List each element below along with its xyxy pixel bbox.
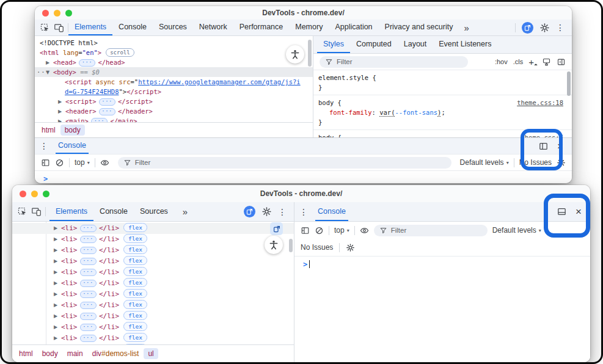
close-window-button[interactable] xyxy=(42,10,49,16)
console-filter-input[interactable]: Filter xyxy=(118,157,451,169)
devtools-promo-icon[interactable] xyxy=(522,22,533,34)
default-levels-dropdown[interactable]: Default levels▾ xyxy=(460,158,509,167)
devtools-promo-icon[interactable] xyxy=(244,206,255,217)
inspect-element-icon[interactable] xyxy=(17,206,27,217)
expand-inline-icon[interactable]: ··· xyxy=(79,59,95,67)
expand-inline-icon[interactable]: ··· xyxy=(80,280,97,287)
css-selector[interactable]: element.style xyxy=(318,74,368,81)
expand-arrow-icon[interactable]: ▶ xyxy=(54,223,61,234)
device-toolbar-icon[interactable] xyxy=(31,206,42,217)
drawer-menu-icon[interactable]: ⋮ xyxy=(299,208,308,216)
tab-computed[interactable]: Computed xyxy=(350,36,398,53)
expand-arrow-icon[interactable]: ▶ xyxy=(46,58,53,68)
dom-tree-row[interactable]: ▶<li>···</li>flex xyxy=(12,278,294,289)
expand-arrow-icon[interactable]: ▶ xyxy=(58,117,65,122)
toggle-element-state-button[interactable]: :hov xyxy=(495,58,508,65)
expand-inline-icon[interactable]: ··· xyxy=(80,225,97,232)
titlebar[interactable]: DevTools - chrome.dev/ xyxy=(12,185,590,202)
tab-privacy-and-security[interactable]: Privacy and security xyxy=(379,20,459,35)
css-property-value[interactable]: --font-sans xyxy=(395,109,438,116)
styles-filter-input[interactable]: Filter xyxy=(320,56,468,68)
settings-gear-icon[interactable] xyxy=(539,23,550,33)
drawer-tab-console[interactable]: Console xyxy=(315,202,348,221)
minimize-window-button[interactable] xyxy=(54,10,60,16)
console-prompt[interactable]: > xyxy=(294,257,590,362)
breadcrumb-item[interactable]: body xyxy=(60,125,85,136)
dom-tree-row[interactable]: ▶<li>···</li>flex xyxy=(12,322,294,333)
css-source-link[interactable]: theme.css:18 xyxy=(517,98,563,107)
flex-badge[interactable]: flex xyxy=(123,344,147,344)
tab-styles[interactable]: Styles xyxy=(317,36,350,53)
expand-inline-icon[interactable]: ··· xyxy=(80,258,97,265)
console-prompt[interactable]: > xyxy=(35,171,572,183)
live-expression-eye-icon[interactable] xyxy=(100,158,109,167)
expand-arrow-icon[interactable]: ▶ xyxy=(54,300,61,311)
dom-tree-row[interactable]: <!DOCTYPE html> xyxy=(35,38,313,48)
expand-arrow-icon[interactable]: ▶ xyxy=(54,311,61,322)
accessibility-icon[interactable] xyxy=(265,236,283,254)
close-window-button[interactable] xyxy=(20,191,26,197)
console-sidebar-icon[interactable] xyxy=(301,226,310,235)
flex-badge[interactable]: flex xyxy=(123,322,147,331)
expand-inline-icon[interactable]: ··· xyxy=(80,236,97,243)
tab-console[interactable]: Console xyxy=(112,20,153,35)
rendering-brush-icon[interactable] xyxy=(542,57,551,67)
minimize-window-button[interactable] xyxy=(31,191,38,197)
flex-badge[interactable]: flex xyxy=(123,234,147,243)
drawer-menu-icon[interactable]: ⋮ xyxy=(40,142,48,150)
expand-arrow-icon[interactable]: ▶ xyxy=(54,333,61,344)
flex-badge[interactable]: flex xyxy=(123,300,147,309)
clear-console-icon[interactable] xyxy=(315,226,324,235)
new-style-rule-button[interactable]: + xyxy=(528,57,536,67)
expand-inline-icon[interactable]: ··· xyxy=(99,98,115,106)
expand-arrow-icon[interactable]: ▶ xyxy=(58,107,65,117)
tab-event-listeners[interactable]: Event Listeners xyxy=(433,36,497,53)
flex-badge[interactable]: flex xyxy=(123,223,147,232)
flex-badge[interactable]: flex xyxy=(123,333,147,342)
default-levels-dropdown[interactable]: Default levels▾ xyxy=(492,226,541,235)
dom-tree-row[interactable]: <script async src="https://www.googletag… xyxy=(35,77,313,87)
expand-arrow-icon[interactable]: ▶ xyxy=(54,256,61,267)
expand-arrow-icon[interactable]: ▶ xyxy=(54,289,61,300)
css-property-name[interactable]: font-family xyxy=(329,109,372,116)
expand-inline-icon[interactable]: ··· xyxy=(91,118,108,122)
accessibility-icon[interactable] xyxy=(286,45,304,64)
tab-layout[interactable]: Layout xyxy=(398,36,433,53)
drawer-tab-console[interactable]: Console xyxy=(56,138,89,154)
tab-sources[interactable]: Sources xyxy=(134,202,174,221)
css-selector[interactable]: body xyxy=(318,134,334,137)
dom-tree-row[interactable]: ▶<li>···</li>flex xyxy=(12,300,294,311)
element-reveal-icon[interactable] xyxy=(270,222,283,235)
zoom-window-button[interactable] xyxy=(65,10,72,16)
tab-console[interactable]: Console xyxy=(93,202,134,221)
kebab-menu-icon[interactable]: ⋮ xyxy=(556,23,565,32)
flex-badge[interactable]: flex xyxy=(123,311,147,320)
tab-sources[interactable]: Sources xyxy=(153,20,193,35)
tab-network[interactable]: Network xyxy=(193,20,233,35)
dom-tree-row[interactable]: ▶<li>···</li>flex xyxy=(12,267,294,278)
flex-badge[interactable]: flex xyxy=(123,267,147,276)
titlebar[interactable]: DevTools - chrome.dev/ xyxy=(35,6,572,20)
expand-inline-icon[interactable]: ··· xyxy=(80,324,97,331)
dom-tree-row[interactable]: ▶<script>···</script> xyxy=(35,96,313,106)
expand-arrow-icon[interactable]: ▶ xyxy=(54,322,61,333)
issues-counter[interactable]: No Issues xyxy=(301,243,333,252)
kebab-menu-icon[interactable]: ⋮ xyxy=(278,208,287,216)
expand-arrow-icon[interactable]: ▶ xyxy=(58,97,65,107)
more-tabs-icon[interactable]: » xyxy=(459,20,473,35)
breadcrumb-item[interactable]: html xyxy=(15,348,37,359)
close-drawer-icon[interactable]: × xyxy=(574,206,583,217)
expand-inline-icon[interactable]: ··· xyxy=(80,291,97,298)
css-selector[interactable]: body xyxy=(318,99,334,106)
console-sidebar-icon[interactable] xyxy=(41,158,50,167)
dom-tree-row[interactable]: ▶<li>···</li>flex xyxy=(12,245,294,256)
tab-performance[interactable]: Performance xyxy=(233,20,290,35)
dock-side-icon[interactable] xyxy=(538,141,549,151)
clear-console-icon[interactable] xyxy=(55,158,64,167)
more-tabs-icon[interactable]: » xyxy=(178,206,192,217)
element-classes-button[interactable]: .cls xyxy=(513,58,524,65)
settings-gear-icon[interactable] xyxy=(261,206,272,217)
zoom-window-button[interactable] xyxy=(43,191,49,197)
close-drawer-icon[interactable]: × xyxy=(556,141,565,151)
scrollbar-thumb[interactable] xyxy=(289,239,293,252)
